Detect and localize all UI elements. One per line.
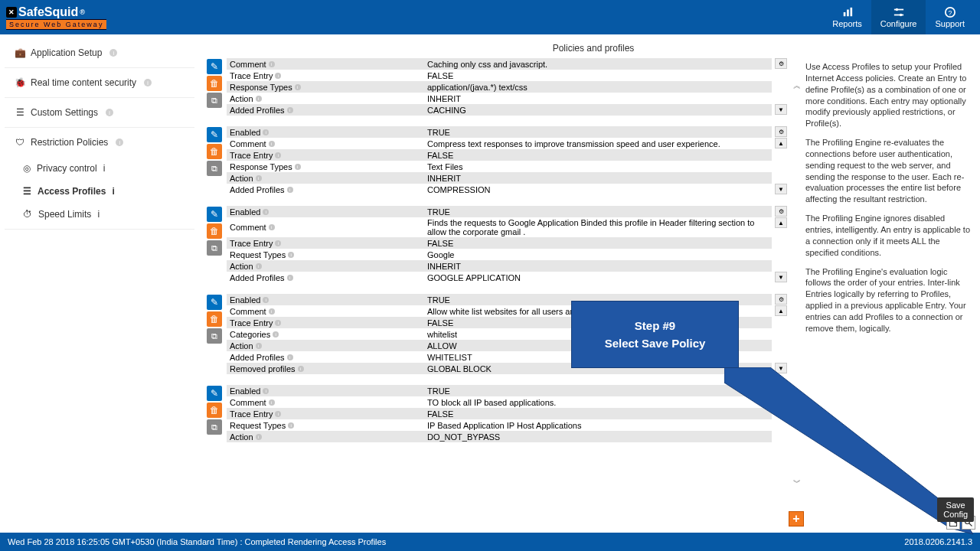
move-down-button[interactable]: ▼ xyxy=(775,272,787,282)
info-icon: i xyxy=(275,320,281,326)
info-icon: i xyxy=(263,297,269,303)
delete-entry-button[interactable]: 🗑 xyxy=(207,311,222,327)
info-icon: i xyxy=(295,84,301,90)
entry-reorder-controls: ⚙▼ xyxy=(775,58,789,116)
row-value: Finds the requests to Google Application… xyxy=(424,217,772,237)
info-icon: i xyxy=(275,411,281,417)
row-value: COMPRESSION xyxy=(424,184,772,195)
entry-reorder-controls: ⚙▲▼ xyxy=(775,206,789,283)
row-key: Enabledi xyxy=(227,207,424,217)
delete-entry-button[interactable]: 🗑 xyxy=(207,144,222,159)
reports-button[interactable]: Reports xyxy=(823,0,871,34)
entry-rows: EnablediTRUECommentiCompress text respon… xyxy=(227,126,772,195)
delete-entry-button[interactable]: 🗑 xyxy=(207,403,222,418)
status-text: Wed Feb 28 2018 16:25:05 GMT+0530 (India… xyxy=(8,537,386,546)
sliders-icon: ☰ xyxy=(15,108,24,117)
row-key: Request Typesi xyxy=(227,420,424,431)
edit-entry-button[interactable]: ✎ xyxy=(207,207,222,222)
move-up-button[interactable]: ▲ xyxy=(775,396,787,407)
row-key: Trace Entryi xyxy=(227,70,424,81)
delete-entry-button[interactable]: 🗑 xyxy=(207,76,222,91)
entry-settings-button[interactable]: ⚙ xyxy=(775,385,787,396)
row-value: DO_NOT_BYPASS xyxy=(424,432,772,442)
sliders-icon xyxy=(893,7,904,18)
move-up-button[interactable]: ▲ xyxy=(775,138,787,148)
entry-rows: CommentiCaching only css and javascript.… xyxy=(227,58,772,116)
entry-action-icons: ✎🗑⧉ xyxy=(207,385,224,442)
move-down-button[interactable]: ▼ xyxy=(775,184,787,194)
entry-row: Added ProfilesiCOMPRESSION xyxy=(227,184,772,195)
svg-point-6 xyxy=(899,13,902,16)
edit-entry-button[interactable]: ✎ xyxy=(207,386,222,401)
entry-row: Request TypesiIP Based Application IP Ho… xyxy=(227,419,772,431)
sidebar-realtime-security[interactable]: 🐞 Real time content security i xyxy=(5,68,194,98)
info-icon: i xyxy=(288,252,294,258)
clone-entry-button[interactable]: ⧉ xyxy=(207,328,222,344)
entry-row: CommentiCaching only css and javascript. xyxy=(227,58,772,70)
sidebar-label: Real time content security xyxy=(31,77,136,88)
svg-rect-2 xyxy=(850,7,852,15)
entry-row: Request TypesiGoogle xyxy=(227,249,772,260)
row-key: Commenti xyxy=(227,306,424,317)
clone-entry-button[interactable]: ⧉ xyxy=(207,240,222,256)
callout-step9: Step #9 Select Save Policy xyxy=(571,301,739,368)
clone-entry-button[interactable]: ⧉ xyxy=(207,419,222,435)
move-up-button[interactable]: ▲ xyxy=(775,217,787,228)
logo-registered: ® xyxy=(80,8,85,16)
sidebar-custom-settings[interactable]: ☰ Custom Settings i xyxy=(5,98,194,128)
entry-reorder-controls: ⚙▲ xyxy=(775,385,789,442)
sidebar-privacy-control[interactable]: ◎ Privacy control i xyxy=(5,157,194,180)
row-value: Caching only css and javascript. xyxy=(424,59,772,70)
callout-text: Select Save Policy xyxy=(605,337,706,350)
sidebar-speed-limits[interactable]: ⏱ Speed Limits i xyxy=(5,203,194,226)
row-key: Actioni xyxy=(227,341,424,351)
support-label: Support xyxy=(935,19,965,28)
row-value: FALSE xyxy=(424,70,772,81)
row-key: Categoriesi xyxy=(227,329,424,340)
configure-button[interactable]: Configure xyxy=(871,0,926,34)
configure-label: Configure xyxy=(880,19,917,28)
entry-settings-button[interactable]: ⚙ xyxy=(775,126,787,137)
sidebar-sub-label: Access Profiles xyxy=(38,186,106,197)
info-icon: i xyxy=(287,107,293,113)
delete-entry-button[interactable]: 🗑 xyxy=(207,223,222,239)
entry-settings-button[interactable]: ⚙ xyxy=(775,294,787,305)
entry-action-icons: ✎🗑⧉ xyxy=(207,206,224,283)
logo-mark-icon: ✕ xyxy=(6,7,17,18)
move-down-button[interactable]: ▼ xyxy=(775,104,787,115)
info-icon: i xyxy=(112,186,114,197)
move-up-button[interactable]: ▲ xyxy=(775,305,787,316)
entry-row: Trace EntryiFALSE xyxy=(227,70,772,81)
entry-row: ActioniINHERIT xyxy=(227,260,772,272)
clone-entry-button[interactable]: ⧉ xyxy=(207,161,222,176)
add-entry-button[interactable]: + xyxy=(789,511,804,527)
row-key: Added Profilesi xyxy=(227,184,424,195)
move-down-button[interactable]: ▼ xyxy=(775,363,787,373)
edit-entry-button[interactable]: ✎ xyxy=(207,295,222,310)
edit-entry-button[interactable]: ✎ xyxy=(207,59,222,74)
version-text: 2018.0206.2141.3 xyxy=(904,537,972,546)
support-button[interactable]: ? Support xyxy=(926,0,974,34)
row-value: FALSE xyxy=(424,150,772,161)
info-icon: i xyxy=(287,187,293,193)
entry-row: CommentiCompress text responses to impro… xyxy=(227,138,772,149)
info-icon: i xyxy=(256,263,262,269)
entry-action-icons: ✎🗑⧉ xyxy=(207,126,224,195)
row-key: Trace Entryi xyxy=(227,409,424,419)
entry-settings-button[interactable]: ⚙ xyxy=(775,206,787,217)
row-value: IP Based Application IP Host Application… xyxy=(424,420,772,431)
scroll-down-icon[interactable]: ︾ xyxy=(793,478,801,488)
scroll-up-icon[interactable]: ︽ xyxy=(793,80,801,91)
sidebar-application-setup[interactable]: 💼 Application Setup i xyxy=(5,38,194,68)
clone-entry-button[interactable]: ⧉ xyxy=(207,93,222,108)
sidebar-access-profiles[interactable]: ☰ Access Profiles i xyxy=(5,180,194,203)
entry-reorder-controls: ⚙▲▼ xyxy=(775,126,789,195)
row-value: INHERIT xyxy=(424,93,772,104)
entry-row: Trace EntryiFALSE xyxy=(227,149,772,161)
reports-label: Reports xyxy=(832,19,862,28)
edit-entry-button[interactable]: ✎ xyxy=(207,127,222,142)
sidebar-restriction-policies[interactable]: 🛡 Restriction Policies i xyxy=(5,128,194,157)
row-value: Google xyxy=(424,249,772,260)
entry-settings-button[interactable]: ⚙ xyxy=(775,58,787,69)
entry-row: ActioniINHERIT xyxy=(227,93,772,104)
